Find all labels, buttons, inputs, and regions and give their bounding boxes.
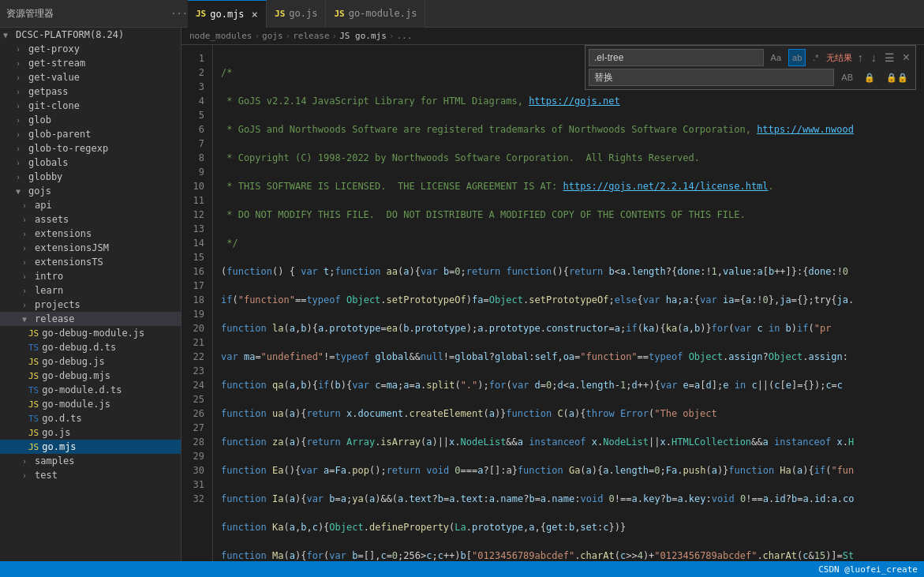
- sidebar-item-assets[interactable]: › assets: [0, 212, 181, 227]
- arrow-icon: ›: [22, 272, 32, 281]
- line-num-9: 9: [181, 165, 212, 179]
- find-next-button[interactable]: ↓: [869, 51, 879, 64]
- code-line-17: function Ka(a,b,c){Object.defineProperty…: [221, 520, 916, 534]
- code-line-11: var ma="undefined"!=typeof global&&null!…: [221, 350, 916, 364]
- sidebar-item-git-clone[interactable]: › git-clone: [0, 99, 181, 113]
- tab-go-module-js[interactable]: JS go-module.js: [326, 0, 425, 28]
- breadcrumb-current[interactable]: JS go.mjs: [339, 31, 387, 41]
- replace-input[interactable]: [589, 69, 834, 86]
- line-num-27: 27: [181, 421, 212, 435]
- sidebar-item-glob-to-regexp[interactable]: › glob-to-regexp: [0, 141, 181, 155]
- breadcrumb-sep: ›: [286, 31, 291, 41]
- sidebar-item-intro[interactable]: › intro: [0, 269, 181, 283]
- line-num-18: 18: [181, 293, 212, 307]
- sidebar-item-label: go.d.ts: [42, 413, 82, 424]
- code-content: /* * GoJS v2.2.14 JavaScript Library for…: [213, 45, 924, 561]
- sidebar-item-learn[interactable]: › learn: [0, 283, 181, 298]
- sidebar-item-globby[interactable]: › globby: [0, 170, 181, 184]
- sidebar-item-go-module-js[interactable]: JS go-module.js: [0, 397, 181, 411]
- sidebar-item-api[interactable]: › api: [0, 198, 181, 212]
- sidebar-item-glob-parent[interactable]: › glob-parent: [0, 127, 181, 141]
- js-file-icon: JS: [28, 371, 39, 381]
- tab-close-button[interactable]: ×: [252, 9, 258, 20]
- sidebar: ▼ DCSC-PLATFORM(8.24) › get-proxy › get-…: [0, 28, 181, 561]
- sidebar-item-extensionsJSM[interactable]: › extensionsJSM: [0, 241, 181, 255]
- sidebar-item-go-debug-module-js[interactable]: JS go-debug-module.js: [0, 326, 181, 340]
- sidebar-item-get-proxy[interactable]: › get-proxy: [0, 42, 181, 56]
- sidebar-item-go-mjs[interactable]: JS go.mjs: [0, 440, 181, 454]
- line-num-17: 17: [181, 279, 212, 293]
- arrow-icon: ▼: [3, 31, 13, 39]
- sidebar-item-getpass[interactable]: › getpass: [0, 84, 181, 99]
- code-line-9: if("function"==typeof Object.setPrototyp…: [221, 293, 916, 307]
- sidebar-item-get-value[interactable]: › get-value: [0, 70, 181, 84]
- sidebar-item-projects[interactable]: › projects: [0, 298, 181, 312]
- tab-label: go-module.js: [349, 8, 417, 19]
- code-line-3: * GoJS and Northwoods Software are regis…: [221, 122, 916, 137]
- breadcrumb-part[interactable]: gojs: [262, 31, 283, 41]
- breadcrumb-sep: ›: [332, 31, 338, 41]
- match-word-button[interactable]: ab: [788, 49, 806, 66]
- line-num-19: 19: [181, 307, 212, 321]
- sidebar-item-label: get-stream: [28, 58, 85, 69]
- find-expand-button[interactable]: ☰: [882, 51, 897, 64]
- sidebar-item-label: glob-parent: [28, 129, 91, 140]
- js-file-icon: JS: [28, 399, 39, 410]
- sidebar-root[interactable]: ▼ DCSC-PLATFORM(8.24): [0, 28, 181, 42]
- sidebar-item-label: go.js: [42, 427, 70, 438]
- js-icon: JS: [334, 9, 344, 19]
- line-num-2: 2: [181, 66, 212, 80]
- breadcrumb-part[interactable]: release: [293, 31, 329, 41]
- sidebar-item-go-d-ts[interactable]: TS go.d.ts: [0, 411, 181, 425]
- code-line-10: function la(a,b){a.prototype=ea(b.protot…: [221, 321, 916, 335]
- sidebar-item-label: get-value: [28, 72, 80, 83]
- sidebar-item-label: go.mjs: [42, 441, 76, 452]
- breadcrumb-sep: ›: [389, 31, 395, 41]
- tab-go-mjs[interactable]: JS go.mjs ×: [188, 0, 267, 28]
- find-close-button[interactable]: ×: [900, 51, 912, 65]
- sidebar-item-samples[interactable]: › samples: [0, 454, 181, 468]
- line-num-12: 12: [181, 208, 212, 222]
- sidebar-item-test[interactable]: › test: [0, 468, 181, 482]
- js-icon: JS: [196, 9, 206, 19]
- line-num-5: 5: [181, 108, 212, 122]
- sidebar-item-globals[interactable]: › globals: [0, 155, 181, 170]
- arrow-icon: ›: [22, 215, 32, 224]
- regex-button[interactable]: .*: [809, 49, 822, 66]
- sidebar-item-label: release: [35, 313, 75, 324]
- sidebar-item-go-js[interactable]: JS go.js: [0, 425, 181, 440]
- replace-button[interactable]: 🔒: [860, 69, 879, 86]
- sidebar-item-go-debug-mjs[interactable]: JS go-debug.mjs: [0, 369, 181, 383]
- find-prev-button[interactable]: ↑: [855, 51, 866, 64]
- arrow-icon: ›: [16, 45, 25, 54]
- sidebar-item-get-stream[interactable]: › get-stream: [0, 56, 181, 70]
- breadcrumb-part[interactable]: node_modules: [189, 31, 252, 41]
- sidebar-item-label: glob: [28, 114, 51, 126]
- replace-case-button[interactable]: AB: [837, 69, 857, 86]
- sidebar-item-label: extensionsJSM: [35, 242, 109, 253]
- line-num-11: 11: [181, 193, 212, 208]
- sidebar-item-go-module-d-ts[interactable]: TS go-module.d.ts: [0, 383, 181, 397]
- sidebar-item-gojs[interactable]: ▼ gojs: [0, 184, 181, 198]
- sidebar-item-glob[interactable]: › glob: [0, 113, 181, 127]
- sidebar-item-label: samples: [35, 455, 75, 466]
- code-editor[interactable]: 1 2 3 4 5 6 7 8 9 10 11 12 13 14 15 16 1…: [181, 45, 924, 561]
- code-line-6: * DO NOT MODIFY THIS FILE. DO NOT DISTRI…: [221, 208, 916, 222]
- tab-go-js[interactable]: JS go.js: [267, 0, 326, 28]
- sidebar-item-extensionsTS[interactable]: › extensionsTS: [0, 255, 181, 269]
- sidebar-item-go-debug-js[interactable]: JS go-debug.js: [0, 354, 181, 369]
- replace-all-button[interactable]: 🔒🔒: [882, 69, 912, 86]
- arrow-icon: ›: [16, 159, 25, 167]
- explorer-menu-button[interactable]: ···: [170, 8, 188, 19]
- sidebar-item-label: glob-to-regexp: [28, 143, 108, 154]
- sidebar-item-extensions[interactable]: › extensions: [0, 227, 181, 241]
- title-bar: 资源管理器 ··· JS go.mjs × JS go.js JS go-mod…: [0, 0, 924, 28]
- sidebar-item-label: globby: [28, 171, 62, 182]
- line-num-25: 25: [181, 392, 212, 407]
- arrow-icon: ›: [16, 102, 25, 111]
- sidebar-item-go-debug-d-ts[interactable]: TS go-debug.d.ts: [0, 340, 181, 354]
- sidebar-item-release[interactable]: ▼ release: [0, 312, 181, 326]
- find-input[interactable]: [589, 49, 764, 66]
- match-case-button[interactable]: Aa: [767, 49, 785, 66]
- line-num-8: 8: [181, 151, 212, 165]
